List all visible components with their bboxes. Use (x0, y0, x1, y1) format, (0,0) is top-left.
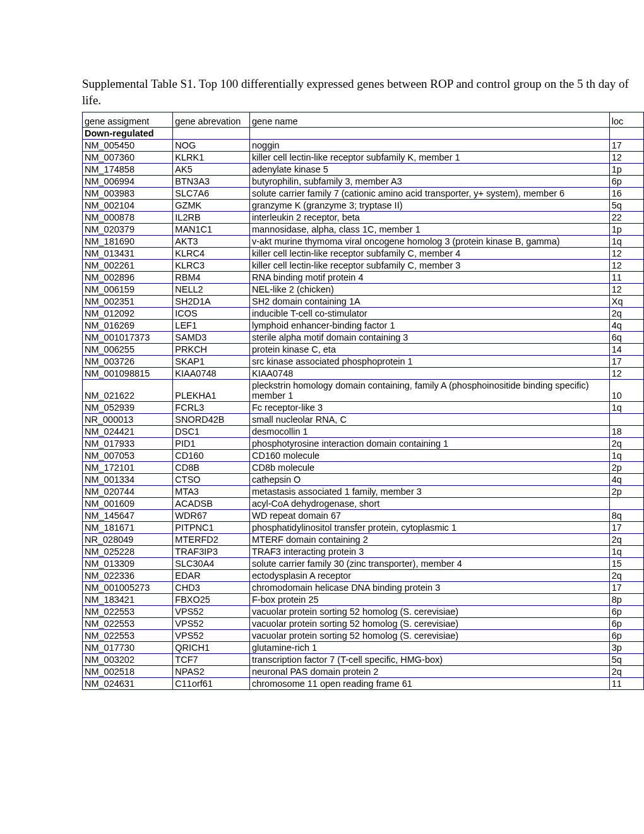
table-row: NM_022553VPS52vacuolar protein sorting 5… (83, 630, 644, 642)
cell-name: protein kinase C, eta (249, 344, 609, 356)
cell-abbrev: CTSO (173, 474, 250, 486)
cell-loc: 17 (609, 582, 643, 594)
cell-abbrev: KIAA0748 (173, 368, 250, 380)
cell-name: noggin (249, 140, 609, 152)
cell-abbrev: KLRC3 (173, 260, 250, 272)
cell-name: NEL-like 2 (chicken) (249, 284, 609, 296)
cell-abbrev: SH2D1A (173, 296, 250, 308)
cell-abbrev: RBM4 (173, 272, 250, 284)
cell-abbrev: MTERFD2 (173, 534, 250, 546)
table-row: NM_012092ICOSinducible T-cell co-stimula… (83, 308, 644, 320)
cell-loc: 1p (609, 164, 643, 176)
cell-abbrev: SAMD3 (173, 332, 250, 344)
cell-abbrev: WDR67 (173, 510, 250, 522)
cell-name: killer cell lectin-like receptor subfami… (249, 260, 609, 272)
cell-loc: 12 (609, 260, 643, 272)
cell-name: adenylate kinase 5 (249, 164, 609, 176)
cell-assign: NM_002261 (83, 260, 173, 272)
table-row: NR_000013SNORD42Bsmall nucleolar RNA, C (83, 414, 644, 426)
cell-assign: NM_024631 (83, 678, 173, 690)
cell-loc: 1q (609, 402, 643, 414)
col-header-assign: gene assigment (83, 112, 173, 128)
cell-loc: Xq (609, 296, 643, 308)
cell-abbrev: PRKCH (173, 344, 250, 356)
cell-loc: 6p (609, 630, 643, 642)
cell-assign: NM_025228 (83, 546, 173, 558)
cell-loc: 8q (609, 510, 643, 522)
cell-loc: 12 (609, 248, 643, 260)
cell-abbrev: QRICH1 (173, 642, 250, 654)
cell-loc: 2q (609, 438, 643, 450)
cell-loc: 12 (609, 368, 643, 380)
cell-assign: NM_024421 (83, 426, 173, 438)
cell-loc: 17 (609, 522, 643, 534)
cell-loc: 1q (609, 236, 643, 248)
cell-name: v-akt murine thymoma viral oncogene homo… (249, 236, 609, 248)
table-row: NM_013431KLRC4killer cell lectin-like re… (83, 248, 644, 260)
cell-loc: 1q (609, 450, 643, 462)
cell-assign: NM_022553 (83, 618, 173, 630)
cell-abbrev: SNORD42B (173, 414, 250, 426)
table-row: NM_003726SKAP1src kinase associated phos… (83, 356, 644, 368)
table-row: NM_003983SLC7A6solute carrier family 7 (… (83, 188, 644, 200)
cell-empty (609, 128, 643, 140)
cell-name: mannosidase, alpha, class 1C, member 1 (249, 224, 609, 236)
cell-abbrev: BTN3A3 (173, 176, 250, 188)
cell-abbrev: AK5 (173, 164, 250, 176)
cell-name: chromosome 11 open reading frame 61 (249, 678, 609, 690)
cell-assign: NM_016269 (83, 320, 173, 332)
cell-abbrev: SLC7A6 (173, 188, 250, 200)
cell-name: acyl-CoA dehydrogenase, short (249, 498, 609, 510)
cell-assign: NM_003726 (83, 356, 173, 368)
cell-loc: 8p (609, 594, 643, 606)
table-row: NM_006159NELL2NEL-like 2 (chicken)12 (83, 284, 644, 296)
cell-abbrev: CD160 (173, 450, 250, 462)
cell-abbrev: VPS52 (173, 606, 250, 618)
cell-abbrev: KLRK1 (173, 152, 250, 164)
cell-assign: NM_145647 (83, 510, 173, 522)
cell-abbrev: VPS52 (173, 618, 250, 630)
cell-loc: 11 (609, 272, 643, 284)
table-row: NM_001098815KIAA0748KIAA074812 (83, 368, 644, 380)
cell-loc: 2q (609, 308, 643, 320)
cell-assign: NM_006255 (83, 344, 173, 356)
cell-abbrev: LEF1 (173, 320, 250, 332)
cell-abbrev: KLRC4 (173, 248, 250, 260)
cell-loc: 14 (609, 344, 643, 356)
cell-empty (173, 128, 250, 140)
table-row: NM_024421DSC1desmocollin 118 (83, 426, 644, 438)
cell-assign: NM_012092 (83, 308, 173, 320)
cell-name: F-box protein 25 (249, 594, 609, 606)
cell-abbrev: ACADSB (173, 498, 250, 510)
cell-assign: NM_022553 (83, 606, 173, 618)
cell-assign: NM_001609 (83, 498, 173, 510)
table-row: NM_002261KLRC3killer cell lectin-like re… (83, 260, 644, 272)
cell-abbrev: SLC30A4 (173, 558, 250, 570)
cell-abbrev: MTA3 (173, 486, 250, 498)
cell-loc: 6p (609, 606, 643, 618)
table-row: NM_181690AKT3v-akt murine thymoma viral … (83, 236, 644, 248)
cell-loc: 1p (609, 224, 643, 236)
table-row: NM_001609ACADSBacyl-CoA dehydrogenase, s… (83, 498, 644, 510)
table-row: NM_022336EDARectodysplasin A receptor2q (83, 570, 644, 582)
cell-assign: NM_020379 (83, 224, 173, 236)
cell-name: granzyme K (granzyme 3; tryptase II) (249, 200, 609, 212)
cell-empty (249, 128, 609, 140)
cell-name: src kinase associated phosphoprotein 1 (249, 356, 609, 368)
cell-loc: 18 (609, 426, 643, 438)
cell-name: sterile alpha motif domain containing 3 (249, 332, 609, 344)
cell-loc: 22 (609, 212, 643, 224)
table-row: NM_013309SLC30A4solute carrier family 30… (83, 558, 644, 570)
cell-abbrev: CD8B (173, 462, 250, 474)
cell-name: MTERF domain containing 2 (249, 534, 609, 546)
cell-name: pleckstrin homology domain containing, f… (249, 380, 609, 402)
cell-loc: 3p (609, 642, 643, 654)
cell-loc: 12 (609, 152, 643, 164)
table-row: NM_172101CD8BCD8b molecule2p (83, 462, 644, 474)
cell-loc: 11 (609, 678, 643, 690)
cell-assign: NM_006159 (83, 284, 173, 296)
cell-name: CD8b molecule (249, 462, 609, 474)
gene-table: gene assigmentgene abrevationgene namelo… (82, 112, 644, 690)
table-row: NM_181671PITPNC1phosphatidylinositol tra… (83, 522, 644, 534)
cell-name: vacuolar protein sorting 52 homolog (S. … (249, 606, 609, 618)
